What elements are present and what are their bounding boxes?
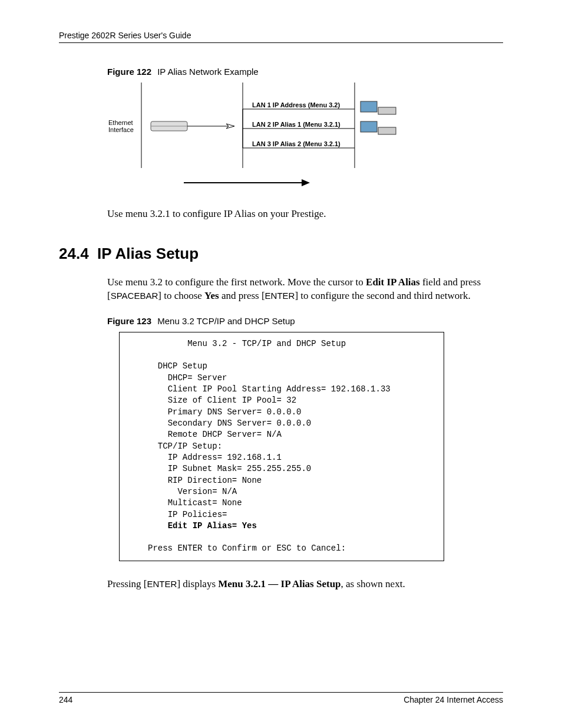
figure-122-label: Figure 122 bbox=[107, 67, 151, 77]
figure-123-label: Figure 123 bbox=[107, 316, 151, 326]
page-footer: 244 Chapter 24 Internet Access bbox=[59, 692, 503, 704]
svg-rect-11 bbox=[361, 101, 377, 112]
pc-icon bbox=[361, 101, 396, 114]
paragraph-3: Pressing [ENTER] displays Menu 3.2.1 — I… bbox=[107, 578, 503, 591]
section-title: IP Alias Setup bbox=[97, 245, 199, 262]
figure-123-title: Menu 3.2 TCP/IP and DHCP Setup bbox=[157, 316, 295, 326]
edit-ip-alias: Edit IP Alias= Yes bbox=[168, 521, 257, 531]
ip-address: IP Address= 192.168.1.1 bbox=[168, 453, 282, 462]
multicast: Multicast= None bbox=[168, 498, 242, 508]
menu-title: Menu 3.2 - TCP/IP and DHCP Setup bbox=[187, 339, 346, 348]
running-head: Prestige 2602R Series User's Guide bbox=[59, 31, 503, 43]
svg-rect-13 bbox=[361, 121, 377, 132]
tcpip-header: TCP/IP Setup: bbox=[158, 442, 222, 451]
figure-123-caption: Figure 123 Menu 3.2 TCP/IP and DHCP Setu… bbox=[107, 316, 503, 326]
lan1-label: LAN 1 IP Address (Menu 3.2) bbox=[252, 101, 340, 108]
figure-122-caption: Figure 122 IP Alias Network Example bbox=[107, 67, 503, 77]
subnet-mask: IP Subnet Mask= 255.255.255.0 bbox=[168, 464, 312, 473]
secondary-dns: Secondary DNS Server= 0.0.0.0 bbox=[168, 419, 312, 428]
figure-122-diagram: Ethernet Interface LAN 1 IP Address (Men… bbox=[107, 83, 503, 195]
figure-122-title: IP Alias Network Example bbox=[157, 67, 258, 77]
menu-prompt: Press ENTER to Confirm or ESC to Cancel: bbox=[148, 543, 346, 553]
chapter-label: Chapter 24 Internet Access bbox=[404, 695, 503, 704]
pool-start: Client IP Pool Starting Address= 192.168… bbox=[168, 384, 391, 394]
ip-policies: IP Policies= bbox=[168, 510, 227, 519]
svg-marker-16 bbox=[302, 179, 310, 186]
remote-dhcp: Remote DHCP Server= N/A bbox=[168, 430, 282, 439]
section-heading: 24.4 IP Alias Setup bbox=[59, 245, 503, 263]
pool-size: Size of Client IP Pool= 32 bbox=[168, 396, 296, 405]
menu-3-2-screen: Menu 3.2 - TCP/IP and DHCP Setup DHCP Se… bbox=[119, 332, 444, 561]
section-number: 24.4 bbox=[59, 245, 89, 262]
lan2-label: LAN 2 IP Alias 1 (Menu 3.2.1) bbox=[252, 121, 340, 128]
svg-rect-12 bbox=[378, 107, 396, 114]
pc-icon bbox=[361, 121, 396, 134]
rip-version: Version= N/A bbox=[177, 487, 237, 496]
rip-direction: RIP Direction= None bbox=[168, 476, 262, 485]
primary-dns: Primary DNS Server= 0.0.0.0 bbox=[168, 407, 302, 417]
svg-rect-14 bbox=[378, 127, 396, 134]
dhcp-header: DHCP Setup bbox=[158, 361, 207, 371]
router-icon bbox=[151, 121, 187, 131]
page-number: 244 bbox=[59, 695, 72, 704]
paragraph-1: Use menu 3.2.1 to configure IP Alias on … bbox=[107, 207, 503, 221]
dhcp-mode: DHCP= Server bbox=[168, 373, 227, 383]
lan3-label: LAN 3 IP Alias 2 (Menu 3.2.1) bbox=[252, 140, 340, 147]
interface-label: Interface bbox=[108, 126, 134, 133]
paragraph-2: Use menu 3.2 to configure the first netw… bbox=[107, 276, 503, 303]
ethernet-label: Ethernet bbox=[108, 119, 133, 126]
